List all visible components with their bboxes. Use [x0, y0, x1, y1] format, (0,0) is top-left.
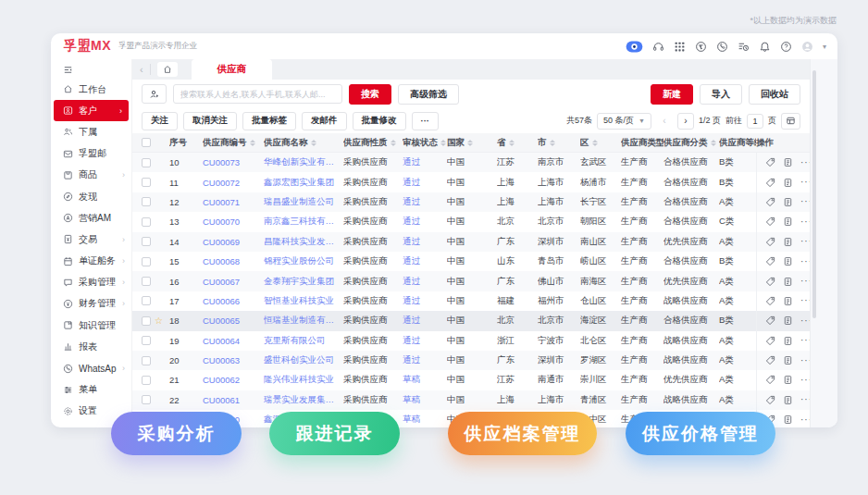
supplier-name-link[interactable]: 克里斯有限公司	[264, 335, 343, 347]
goto-page-input[interactable]	[747, 114, 763, 129]
tag-icon[interactable]	[765, 197, 775, 207]
more-icon[interactable]: ···	[800, 336, 810, 345]
prev-page-button[interactable]: ‹	[656, 113, 673, 130]
form-icon[interactable]	[783, 355, 793, 365]
column-header-市[interactable]: 市	[538, 137, 580, 149]
contact-filter-icon[interactable]	[142, 84, 167, 104]
column-header-供应商编号[interactable]: 供应商编号	[203, 137, 264, 149]
supplier-name-link[interactable]: 瑞昌盛业制造公司	[264, 196, 343, 208]
form-icon[interactable]	[783, 217, 793, 227]
sidebar-item-下属[interactable]: 下属	[51, 121, 131, 142]
table-row[interactable]: 11CU00072鑫源宏图实业集团采购供应商通过中国上海上海市杨浦市生产商合格供…	[132, 172, 810, 192]
row-checkbox[interactable]	[142, 197, 151, 206]
sidebar-item-菜单[interactable]: 菜单	[51, 379, 131, 401]
more-icon[interactable]: ···	[800, 158, 810, 167]
table-row[interactable]: 20CU00063盛世科创实业公司采购供应商通过中国广东深圳市罗湖区生产商战略供…	[132, 351, 810, 370]
favorite-star-icon[interactable]: ☆	[155, 316, 163, 326]
search-button[interactable]: 搜索	[349, 84, 391, 105]
supplier-code-link[interactable]: CU00062	[203, 375, 264, 385]
tag-icon[interactable]	[765, 277, 775, 287]
toolbar-button-取消关注[interactable]: 取消关注	[183, 112, 237, 130]
select-all-checkbox[interactable]	[142, 138, 151, 147]
more-icon[interactable]: ···	[800, 197, 810, 206]
column-header-审核状态[interactable]: 审核状态	[403, 137, 447, 149]
form-icon[interactable]	[783, 157, 793, 167]
row-checkbox[interactable]	[142, 336, 151, 345]
tag-icon[interactable]	[765, 256, 775, 266]
form-icon[interactable]	[783, 415, 793, 425]
row-checkbox[interactable]	[142, 376, 151, 385]
sidebar-item-孚盟邮[interactable]: 孚盟邮	[51, 143, 131, 165]
supplier-name-link[interactable]: 昌隆科技实业发展...	[264, 236, 343, 248]
tasks-icon[interactable]	[738, 41, 750, 53]
table-row[interactable]: 19CU00064克里斯有限公司采购供应商通过中国浙江宁波市北仑区生产商战略供应…	[132, 331, 810, 351]
table-row[interactable]: 14CU00069昌隆科技实业发展...采购供应商通过中国广东深圳市南山区生产商…	[132, 232, 810, 252]
tag-icon[interactable]	[765, 237, 775, 247]
column-header-供应商名称[interactable]: 供应商名称	[264, 137, 343, 149]
supplier-code-link[interactable]: CU00066	[203, 296, 264, 306]
advanced-filter-button[interactable]: 高级筛选	[398, 84, 459, 105]
row-checkbox[interactable]	[142, 277, 151, 286]
form-icon[interactable]	[783, 296, 793, 306]
supplier-name-link[interactable]: 锦程实业股份公司	[264, 255, 343, 267]
column-header-供应商分类[interactable]: 供应商分类	[663, 137, 719, 149]
more-icon[interactable]: ···	[800, 316, 810, 326]
form-icon[interactable]	[783, 197, 793, 207]
sort-icon[interactable]	[467, 140, 473, 146]
toolbar-button-批量标签[interactable]: 批量标签	[242, 112, 296, 130]
table-row[interactable]: 10CU00073华峰创新实业有限...采购供应商通过中国江苏南京市玄武区生产商…	[132, 153, 810, 172]
form-icon[interactable]	[783, 277, 793, 287]
table-row[interactable]: 17CU00066智恒基业科技实业采购供应商通过中国福建福州市仓山区生产商战略供…	[132, 291, 810, 311]
column-header-省[interactable]: 省	[497, 137, 538, 149]
supplier-code-link[interactable]: CU00061	[203, 395, 264, 405]
column-header-区[interactable]: 区	[580, 137, 621, 149]
help-icon[interactable]	[780, 41, 792, 53]
form-icon[interactable]	[783, 395, 793, 405]
form-icon[interactable]	[783, 237, 793, 247]
more-icon[interactable]: ···	[800, 356, 810, 365]
tag-icon[interactable]	[765, 296, 775, 306]
sort-icon[interactable]	[440, 140, 446, 146]
form-icon[interactable]	[783, 316, 793, 326]
sidebar-item-交易[interactable]: 交易›	[51, 229, 131, 250]
tag-icon[interactable]	[765, 355, 775, 365]
more-actions-button[interactable]: ···	[412, 112, 440, 130]
tag-icon[interactable]	[765, 316, 775, 326]
row-checkbox[interactable]	[142, 178, 151, 187]
tag-icon[interactable]	[765, 336, 775, 346]
column-header-供应商类型[interactable]: 供应商类型	[621, 137, 663, 149]
sort-icon[interactable]	[391, 140, 396, 146]
more-icon[interactable]: ···	[800, 217, 810, 227]
tag-icon[interactable]	[765, 375, 775, 385]
row-checkbox[interactable]	[142, 257, 151, 266]
sidebar-item-营销AM[interactable]: 营销AM	[51, 207, 131, 229]
import-button[interactable]: 导入	[700, 84, 742, 105]
tab-suppliers[interactable]: 供应商	[192, 59, 273, 80]
supplier-name-link[interactable]: 金泰翔宇实业集团	[264, 276, 343, 288]
sort-icon[interactable]	[509, 140, 515, 146]
form-icon[interactable]	[783, 375, 793, 385]
more-icon[interactable]: ···	[800, 296, 810, 305]
table-row[interactable]: 16CU00067金泰翔宇实业集团采购供应商通过中国广东佛山市南海区生产商优先供…	[132, 271, 810, 291]
sidebar-item-采购管理[interactable]: 采购管理›	[51, 272, 131, 293]
row-checkbox[interactable]	[142, 237, 151, 246]
table-row[interactable]: ☆18CU00065恒瑞基业制造有限...采购供应商通过中国北京北京市海淀区生产…	[132, 311, 810, 330]
more-icon[interactable]: ···	[800, 237, 810, 246]
toolbar-button-发邮件[interactable]: 发邮件	[302, 112, 347, 130]
feature-pill-供应价格管理[interactable]: 供应价格管理	[626, 412, 775, 455]
row-checkbox[interactable]	[142, 316, 151, 326]
row-checkbox[interactable]	[142, 296, 151, 305]
feature-pill-采购分析[interactable]: 采购分析	[111, 412, 242, 455]
sidebar-item-WhatsAp...[interactable]: WhatsAp...›	[51, 357, 131, 378]
row-checkbox[interactable]	[142, 217, 151, 227]
supplier-name-link[interactable]: 鑫源宏图实业集团	[264, 177, 343, 189]
column-header-供应商性质[interactable]: 供应商性质	[343, 137, 403, 149]
chevron-down-icon[interactable]: ▾	[823, 43, 826, 51]
table-row[interactable]: 13CU00070南京鑫三科技有限...采购供应商通过中国北京北京市朝阳区生产商…	[132, 212, 810, 231]
sidebar-item-报表[interactable]: 报表	[51, 336, 131, 357]
tag-icon[interactable]	[765, 217, 775, 227]
sort-icon[interactable]	[592, 140, 598, 146]
sidebar-item-单证船务[interactable]: 单证船务›	[51, 251, 131, 272]
sidebar-item-商品[interactable]: 商品›	[51, 165, 131, 186]
more-icon[interactable]: ···	[800, 395, 810, 404]
